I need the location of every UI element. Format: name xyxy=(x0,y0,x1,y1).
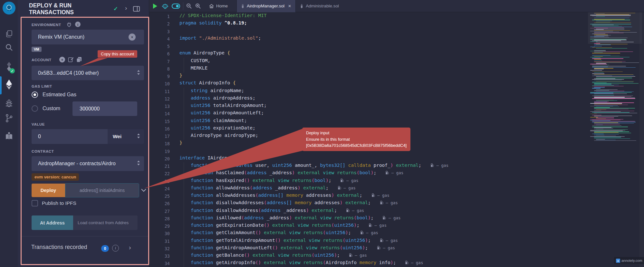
code-line-34[interactable]: 34 function getAirdropInfo() external vi… xyxy=(149,260,644,267)
code-line-12[interactable]: 12 address airdropAddress; xyxy=(149,95,644,103)
toggle-icon[interactable] xyxy=(171,3,180,9)
watermark-text: annotely.com xyxy=(621,259,642,262)
gas-estimate-badge: – gas xyxy=(349,253,367,258)
deploy-run-icon[interactable] xyxy=(0,79,18,91)
play-icon[interactable] xyxy=(152,3,158,9)
tab-administrable[interactable]: Administrable.sol xyxy=(296,0,343,12)
value-label: VALUE xyxy=(32,122,45,126)
account-value: 0x5B3...eddC4 (100 ether) xyxy=(38,70,99,76)
at-address-button[interactable]: At Address xyxy=(32,215,73,230)
edit-account-icon[interactable] xyxy=(68,57,74,64)
tab-label: Administrable.sol xyxy=(306,4,339,8)
line-number: 22 xyxy=(149,170,170,177)
code-line-33[interactable]: 33 function getBalance() external view r… xyxy=(149,253,644,260)
line-number: 2 xyxy=(149,20,170,28)
info-icon[interactable]: i xyxy=(75,22,81,27)
line-number: 5 xyxy=(149,43,170,50)
code-line-2[interactable]: 2pragma solidity ^0.8.19; xyxy=(149,20,644,28)
chevron-down-icon[interactable] xyxy=(141,188,147,194)
code-line-13[interactable]: 13 uint256 totalAirdropAmount; xyxy=(149,103,644,110)
zoom-out-icon[interactable] xyxy=(186,3,192,9)
publish-ipfs-checkbox[interactable] xyxy=(32,200,38,206)
line-number: 4 xyxy=(149,35,170,43)
search-icon[interactable] xyxy=(0,43,18,52)
at-address-input[interactable] xyxy=(73,215,138,230)
custom-gas-label: Custom xyxy=(43,106,60,111)
git-icon[interactable] xyxy=(0,113,18,123)
deploy-button[interactable]: Deploy xyxy=(32,184,65,197)
code-line-24[interactable]: 24 function allowAddress(address _addres… xyxy=(149,185,644,193)
tab-label: Home xyxy=(216,4,228,8)
debugger-icon[interactable] xyxy=(0,99,18,108)
plug-icon[interactable] xyxy=(67,22,72,28)
remix-logo[interactable] xyxy=(3,2,15,14)
chevron-right-icon[interactable]: › xyxy=(125,5,127,12)
custom-gas-radio[interactable] xyxy=(32,105,38,112)
minimap[interactable] xyxy=(590,13,639,141)
publish-ipfs-label: Publish to IPFS xyxy=(42,200,76,206)
tooltip-line: Ensure its in this format xyxy=(306,136,407,143)
gas-estimate-badge: – gas xyxy=(430,163,448,168)
divider xyxy=(183,2,183,10)
code-line-7[interactable]: 7 CUSTOM, xyxy=(149,58,644,65)
custom-gas-input[interactable] xyxy=(72,101,137,116)
value-unit-label: Wei xyxy=(113,134,121,139)
gas-estimate-badge: – gas xyxy=(382,215,400,220)
code-line-23[interactable]: 23 function hasExpired() external view r… xyxy=(149,178,644,185)
value-unit-select[interactable]: Wei xyxy=(108,129,144,144)
contract-value: AirdropManager - contracts/Airdro xyxy=(38,161,116,167)
robot-icon[interactable] xyxy=(162,3,168,9)
value-input[interactable] xyxy=(32,129,108,144)
environment-select[interactable]: Remix VM (Cancun) ▾ xyxy=(32,30,144,44)
code-line-4[interactable]: 4import "./Administrable.sol"; xyxy=(149,35,644,43)
account-select[interactable]: 0x5B3...eddC4 (100 ether) xyxy=(32,66,144,80)
gas-estimate-badge: – gas xyxy=(369,223,387,228)
code-line-6[interactable]: 6enum AirdropType { xyxy=(149,50,644,58)
copy-account-tooltip: Copy this account xyxy=(98,50,137,58)
code-line-31[interactable]: 31 function getTotalAirdropAmount() exte… xyxy=(149,238,644,245)
line-number: 23 xyxy=(149,178,170,185)
estimated-gas-radio[interactable] xyxy=(32,91,38,98)
code-line-8[interactable]: 8 MERKLE xyxy=(149,65,644,73)
code-line-29[interactable]: 29 function getExpirationDate() external… xyxy=(149,223,644,230)
code-line-5[interactable]: 5 xyxy=(149,43,644,50)
plugin-icon[interactable] xyxy=(0,131,18,140)
info-icon[interactable]: i xyxy=(112,245,119,252)
code-line-28[interactable]: 28 function isAllowed(address _address) … xyxy=(149,215,644,223)
file-explorer-icon[interactable] xyxy=(0,30,18,38)
gas-estimate-badge: – gas xyxy=(377,245,395,250)
code-line-10[interactable]: 10struct AirdropInfo { xyxy=(149,80,644,88)
code-line-32[interactable]: 32 function getAirdropAmountLeft() exter… xyxy=(149,245,644,253)
chevron-right-icon[interactable]: › xyxy=(129,244,131,251)
code-line-30[interactable]: 30 function getClaimAmount() external vi… xyxy=(149,230,644,237)
code-line-11[interactable]: 11 string airdropName; xyxy=(149,88,644,95)
line-number: 18 xyxy=(149,140,170,148)
code-line-9[interactable]: 9} xyxy=(149,73,644,80)
deploy-args-input[interactable] xyxy=(65,183,139,197)
zoom-in-icon[interactable] xyxy=(195,3,201,9)
select-arrows-icon xyxy=(137,161,140,167)
code-line-3[interactable]: 3 xyxy=(149,28,644,35)
gas-estimate-badge: – gas xyxy=(338,186,356,190)
code-line-1[interactable]: 1// SPDX-License-Identifier: MIT xyxy=(149,13,644,20)
watermark: ▲ annotely.com xyxy=(614,257,644,264)
panel-layout-icon[interactable] xyxy=(133,6,140,13)
code-line-14[interactable]: 14 uint256 airdropAmountLeft; xyxy=(149,110,644,118)
scrollbar[interactable] xyxy=(639,12,644,267)
line-number: 19 xyxy=(149,148,170,155)
tab-home[interactable]: Home xyxy=(205,0,232,12)
code-line-21[interactable]: 21 function claim(address user, uint256 … xyxy=(149,163,644,170)
close-icon[interactable]: ✕ xyxy=(288,4,291,8)
add-account-icon[interactable]: + xyxy=(59,57,65,62)
copy-account-icon[interactable] xyxy=(76,57,82,64)
contract-select[interactable]: AirdropManager - contracts/Airdro xyxy=(32,156,144,171)
tab-airdropmanager[interactable]: AirdropManager.sol ✕ xyxy=(236,0,296,12)
code-line-15[interactable]: 15 uint256 claimAmount; xyxy=(149,118,644,125)
code-line-22[interactable]: 22 function hasClaimed(address _address)… xyxy=(149,170,644,177)
code-line-20[interactable]: 20interface IAirdrop1155 { xyxy=(149,155,644,163)
code-line-26[interactable]: 26 function disallowAddresses(address[] … xyxy=(149,200,644,207)
solidity-compiler-icon[interactable] xyxy=(0,61,18,72)
code-line-25[interactable]: 25 function allowAddresses(address[] mem… xyxy=(149,193,644,200)
editor-tab-bar: Home AirdropManager.sol ✕ Administrable.… xyxy=(149,0,644,12)
code-line-27[interactable]: 27 function disallowAddress(address _add… xyxy=(149,208,644,215)
